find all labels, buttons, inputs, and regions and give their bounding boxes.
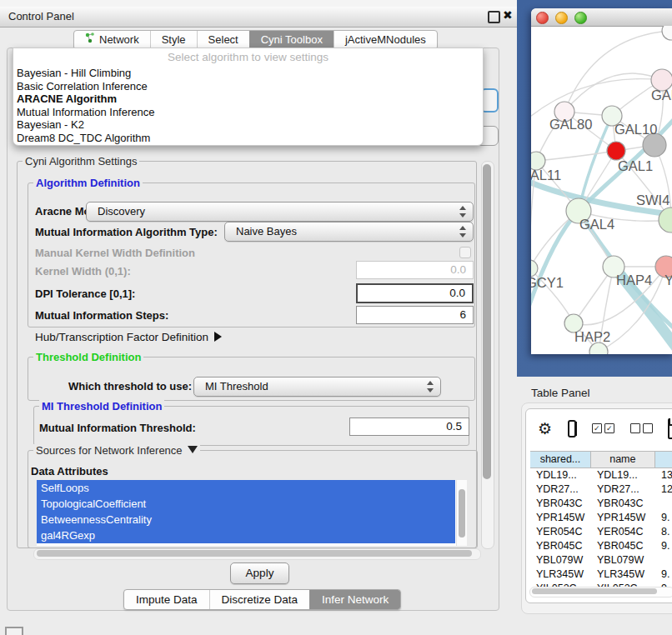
dropdown-item-basic-correlation-inference[interactable]: Basic Correlation Inference [13,80,483,93]
mi-steps-label: Mutual Information Steps: [35,309,168,322]
gear-icon[interactable]: ⚙ [538,419,552,438]
mi-steps-field[interactable]: 6 [356,306,474,324]
dropdown-item-bayesian-hill-climbing[interactable]: Bayesian - Hill Climbing [13,67,483,80]
tab-impute-data[interactable]: Impute Data [124,590,209,609]
table-cell: YBR045C [530,539,591,553]
tab-network[interactable]: Network [74,31,150,49]
network-node-label: GAL80 [549,117,592,132]
which-threshold-label: Which threshold to use: [68,380,192,392]
dropdown-item-aracne-algorithm[interactable]: ARACNE Algorithm [13,92,483,106]
table-row[interactable]: YBR043CYBR043C [530,497,672,511]
attribute-item-gal4rgexp[interactable]: gal4RGexp [37,528,455,543]
network-node-label: GCY1 [531,275,564,290]
table-cell: YBR045C [591,539,655,553]
table-row[interactable]: YLR345WYLR345W9. [530,568,672,582]
tab-style[interactable]: Style [150,31,197,49]
scrollbar-thumb[interactable] [459,489,465,538]
tab-discretize-data[interactable]: Discretize Data [209,590,310,609]
network-window-titlebar[interactable] [531,8,672,27]
dpi-tolerance-field[interactable]: 0.0 [356,283,474,303]
table-cell: YLR345W [530,568,591,582]
table-cell: YBL079W [530,553,591,568]
scrollbar-thumb[interactable] [37,550,472,557]
threshold-definition-title: Threshold Definition [33,351,143,363]
network-node-ntop[interactable] [662,26,672,40]
minimized-panel-icon[interactable] [5,627,23,635]
network-node-label: GAL [651,88,672,102]
columns-icon[interactable] [568,420,576,438]
apply-button[interactable]: Apply [230,562,289,584]
tab-infer-network[interactable]: Infer Network [309,590,400,609]
sources-group-toggle[interactable]: Sources for Network Inference [33,444,200,457]
data-attributes-list: SelfLoopsTopologicalCoefficientBetweenne… [37,480,466,546]
table-cell: YDR27... [591,482,655,497]
mi-threshold-value: 0.5 [446,420,462,432]
tab-cyni-toolbox[interactable]: Cyni Toolbox [249,31,333,49]
select-all-icon[interactable]: ✓ ✓ [592,423,614,433]
table-cell: YBL079W [591,553,655,568]
table-horizontal-scrollbar[interactable] [529,587,672,598]
network-graph-canvas[interactable]: GALGAL80GAL10GAL1GAL11SWI4GAL4GCY1HAP4YH… [531,26,672,354]
table-cell: YDL19... [530,468,591,482]
network-node-label: GAL10 [614,122,657,137]
attribute-item-topologicalcoefficient[interactable]: TopologicalCoefficient [37,496,455,512]
table-cell: YER054C [530,525,591,539]
table-row[interactable]: YER054CYER054C8. [530,525,672,539]
table-row[interactable]: YDL19...YDL19...13 [530,468,672,482]
manual-kernel-checkbox[interactable] [459,247,471,258]
algorithm-dropdown: Select algorithm to view settings Bayesi… [13,48,484,146]
kernel-width-label: Kernel Width (0,1): [35,265,131,278]
table-row[interactable]: YDR27...YDR27...12 [530,482,672,497]
dropdown-item-mutual-information-inference[interactable]: Mutual Information Inference [13,106,483,119]
table-cell: 8. [655,525,672,539]
table-cell [655,553,672,568]
table-row[interactable]: YBL079WYBL079W [530,553,672,568]
network-node-label: Y [664,272,672,288]
tab-label: Select [208,31,238,49]
table-cell: YBR043C [530,497,591,511]
table-cell: 12 [655,482,672,497]
network-node-label: GAL11 [531,168,561,182]
close-traffic-light[interactable] [536,12,549,24]
data-attributes-label: Data Attributes [31,465,108,478]
attributes-list-scrollbar[interactable] [456,480,467,546]
export-table-icon[interactable] [668,418,672,439]
node-table: shared...nameA YDL19...YDL19...13YDR27..… [530,451,672,596]
network-node-gal1[interactable] [607,142,625,160]
mi-threshold-field[interactable]: 0.5 [349,418,469,436]
dropdown-item-bayesian-k2[interactable]: Bayesian - K2 [13,118,483,132]
table-row[interactable]: YBR045CYBR045C9. [530,539,672,553]
tab-jactivemnodules[interactable]: jActiveMNodules [333,31,437,49]
column-header-shared[interactable]: shared... [530,452,591,468]
scrollbar-thumb[interactable] [532,588,657,594]
zoom-traffic-light[interactable] [574,12,587,24]
table-body: YDL19...YDL19...13YDR27...YDR27...12YBR0… [530,468,672,596]
network-node-label: SWI4 [636,192,669,208]
attribute-item-betweennesscentrality[interactable]: BetweennessCentrality [37,512,455,528]
deselect-all-icon[interactable] [630,423,653,433]
kernel-width-field[interactable]: 0.0 [356,261,474,279]
settings-vertical-scrollbar[interactable] [481,161,494,549]
column-header-name[interactable]: name [591,452,655,468]
float-window-icon[interactable] [488,11,500,23]
aracne-mode-combobox[interactable]: Discovery [86,202,474,222]
network-node-gcy1[interactable] [531,260,538,277]
scrollbar-thumb[interactable] [483,164,491,479]
hub-section-toggle[interactable]: Hub/Transcription Factor Definition [35,331,222,343]
minimize-traffic-light[interactable] [555,12,568,24]
checked-box-icon: ✓ [604,423,614,433]
network-node-label: HAP2 [574,329,610,344]
table-cell: YDR27... [530,482,591,497]
close-icon[interactable]: ✖ [503,8,513,22]
column-header-a[interactable]: A [655,452,672,468]
table-row[interactable]: YPR145WYPR145W9. [530,511,672,525]
mi-type-combobox[interactable]: Naive Bayes [224,222,474,242]
network-node-gray[interactable] [643,133,666,157]
attribute-item-selfloops[interactable]: SelfLoops [37,480,455,496]
control-panel-titlebar: Control Panel ✖ [0,7,519,28]
dropdown-item-dream8-dc-tdc-algorithm[interactable]: Dream8 DC_TDC Algorithm [13,132,483,145]
settings-horizontal-scrollbar[interactable] [33,548,481,560]
tab-select[interactable]: Select [197,31,249,49]
which-threshold-combobox[interactable]: MI Threshold [193,377,441,397]
network-window: GALGAL80GAL10GAL1GAL11SWI4GAL4GCY1HAP4YH… [531,8,672,354]
